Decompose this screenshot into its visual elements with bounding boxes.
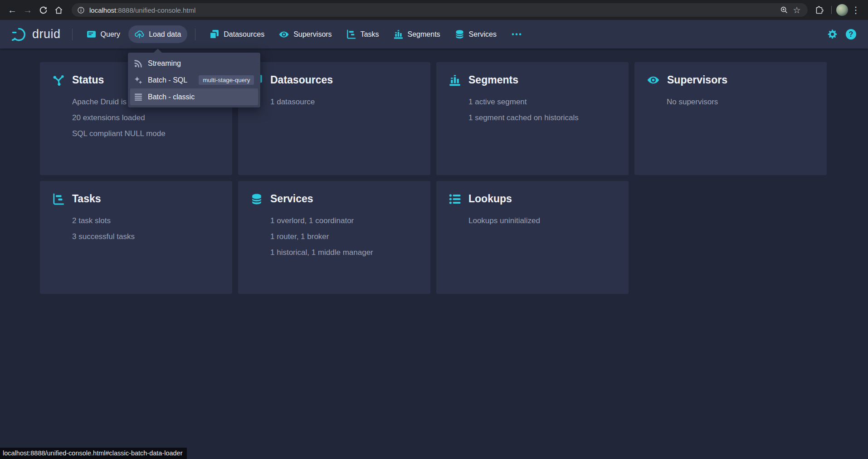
feed-icon xyxy=(134,59,143,68)
status-line: Lookups uninitialized xyxy=(468,213,616,229)
browser-home-button[interactable] xyxy=(51,2,66,18)
database-icon xyxy=(455,29,464,39)
nav-item-query[interactable]: Query xyxy=(80,25,127,43)
extensions-button[interactable] xyxy=(811,2,827,18)
browser-reload-button[interactable] xyxy=(35,2,51,18)
nav-item-load-data[interactable]: Load data xyxy=(128,25,187,43)
browser-back-button[interactable]: ← xyxy=(5,2,20,18)
nav-item-supervisors[interactable]: Supervisors xyxy=(273,25,338,44)
nav-item-datasources[interactable]: Datasources xyxy=(203,25,271,43)
puzzle-icon xyxy=(815,6,824,15)
home-view: Status Apache Druid is 20 extensions loa… xyxy=(0,49,868,459)
nav-label: Load data xyxy=(149,30,181,39)
card-supervisors[interactable]: Supervisors No supervisors xyxy=(634,62,827,175)
bookmark-button[interactable]: ☆ xyxy=(790,4,803,16)
card-title: Services xyxy=(270,193,313,205)
profile-avatar[interactable] xyxy=(836,4,848,16)
gantt-icon xyxy=(346,29,356,39)
druid-logo[interactable]: druid xyxy=(12,27,61,42)
brand-name: druid xyxy=(32,27,61,41)
status-line: 1 overlord, 1 coordinator xyxy=(270,213,418,229)
menu-item-label: Batch - SQL xyxy=(148,76,187,84)
help-icon: ? xyxy=(846,29,856,39)
menu-item-batch-classic[interactable]: Batch - classic xyxy=(130,88,258,105)
druid-navbar: druid Query Load data Datasources Superv… xyxy=(0,20,868,49)
status-line: 3 successful tasks xyxy=(72,229,219,244)
cloud-upload-icon xyxy=(135,29,144,39)
magnifier-plus-icon xyxy=(780,6,788,14)
status-line: 1 active segment xyxy=(468,94,616,110)
status-line: No supervisors xyxy=(667,94,814,110)
card-title: Status xyxy=(72,74,104,86)
card-tasks[interactable]: Tasks 2 task slots 3 successful tasks xyxy=(40,181,232,294)
status-line: 1 historical, 1 middle manager xyxy=(270,244,418,260)
more-ellipsis-icon xyxy=(511,29,522,39)
card-title: Supervisors xyxy=(667,74,727,86)
gantt-icon xyxy=(53,193,64,205)
back-icon: ← xyxy=(8,5,17,15)
bar-chart-icon xyxy=(394,29,403,39)
menu-item-batch-sql[interactable]: Batch - SQL multi-stage-query xyxy=(130,72,258,88)
nav-item-services[interactable]: Services xyxy=(449,25,503,43)
home-icon xyxy=(54,6,63,15)
druid-logo-icon xyxy=(12,27,28,42)
browser-toolbar: ← → localhost:8888/unified-console.html … xyxy=(0,0,868,20)
card-lookups[interactable]: Lookups Lookups uninitialized xyxy=(436,181,629,294)
url-text: localhost:8888/unified-console.html xyxy=(89,6,778,14)
card-title: Segments xyxy=(468,74,518,86)
menu-item-streaming[interactable]: Streaming xyxy=(130,55,258,72)
status-line: 2 task slots xyxy=(72,213,219,229)
browser-forward-button[interactable]: → xyxy=(20,2,35,18)
nav-item-more[interactable] xyxy=(505,25,528,43)
card-title: Lookups xyxy=(468,193,512,205)
sparkles-icon xyxy=(134,76,143,85)
nav-label: Supervisors xyxy=(293,30,332,39)
forward-icon: → xyxy=(23,5,32,15)
menu-item-label: Batch - classic xyxy=(148,93,195,101)
star-icon: ☆ xyxy=(793,6,800,15)
reload-icon xyxy=(39,6,48,15)
url-host: localhost xyxy=(89,6,116,14)
help-button[interactable]: ? xyxy=(846,29,856,39)
nav-item-segments[interactable]: Segments xyxy=(387,25,447,43)
status-graph-icon xyxy=(53,74,64,86)
menu-item-label: Streaming xyxy=(148,59,181,68)
status-line: SQL compliant NULL mode xyxy=(72,126,219,142)
toolbar-divider xyxy=(831,6,832,14)
load-data-menu: Streaming Batch - SQL multi-stage-query … xyxy=(128,53,260,107)
nav-divider xyxy=(195,29,195,40)
card-title: Datasources xyxy=(270,74,333,86)
datasources-icon xyxy=(210,29,219,39)
console-icon xyxy=(87,29,96,39)
nav-label: Tasks xyxy=(361,30,379,39)
zoom-page-button[interactable] xyxy=(778,4,790,16)
nav-item-tasks[interactable]: Tasks xyxy=(340,25,385,43)
settings-button[interactable] xyxy=(827,29,838,39)
nav-label: Query xyxy=(101,30,121,39)
nav-label: Services xyxy=(469,30,497,39)
browser-menu-button[interactable]: ⋮ xyxy=(848,2,863,18)
kebab-menu-icon: ⋮ xyxy=(851,5,860,15)
card-services[interactable]: Services 1 overlord, 1 coordinator 1 rou… xyxy=(238,181,430,294)
card-segments[interactable]: Segments 1 active segment 1 segment cach… xyxy=(436,62,629,175)
card-datasources[interactable]: Datasources 1 datasource xyxy=(238,62,430,175)
gear-icon xyxy=(827,29,838,39)
site-info-icon[interactable] xyxy=(77,6,85,14)
database-icon xyxy=(251,193,263,205)
eye-icon xyxy=(647,74,659,86)
browser-toolbar-right: ⋮ xyxy=(811,2,863,18)
address-bar[interactable]: localhost:8888/unified-console.html ☆ xyxy=(72,3,808,17)
link-status-bar: localhost:8888/unified-console.html#clas… xyxy=(0,448,187,459)
bar-chart-icon xyxy=(449,74,461,86)
status-line: 20 extensions loaded xyxy=(72,110,219,126)
nav-label: Datasources xyxy=(224,30,264,39)
nav-divider xyxy=(72,29,73,40)
list-icon xyxy=(449,193,461,205)
url-path: :8888/unified-console.html xyxy=(116,6,195,14)
eye-icon xyxy=(279,29,289,39)
status-line: 1 router, 1 broker xyxy=(270,229,418,244)
hamburger-menu-icon xyxy=(134,93,143,102)
card-title: Tasks xyxy=(72,193,101,205)
status-line: 1 segment cached on historicals xyxy=(468,110,616,126)
msq-badge: multi-stage-query xyxy=(199,75,254,85)
